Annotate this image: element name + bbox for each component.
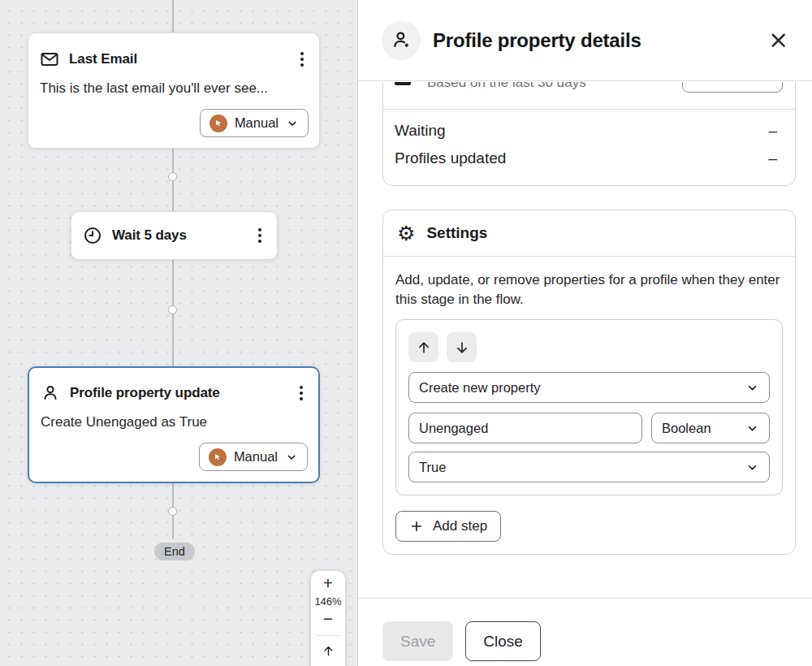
zoom-in-button[interactable]: + <box>311 573 345 593</box>
stat-value: – <box>768 122 777 140</box>
recenter-button[interactable] <box>311 641 345 660</box>
plus-icon <box>409 519 424 534</box>
action-select-value: Create new property <box>419 380 541 396</box>
zoom-level: 146% <box>314 595 341 608</box>
node-menu-kebab-icon[interactable] <box>254 226 266 245</box>
status-dropdown[interactable]: Manual <box>200 109 309 137</box>
status-label: Manual <box>234 449 278 465</box>
analytics-action-button[interactable] <box>682 82 783 93</box>
analytics-card: Based on the last 30 days Waiting – Prof… <box>382 82 796 186</box>
status-label: Manual <box>235 115 279 131</box>
panel-content: Based on the last 30 days Waiting – Prof… <box>358 82 812 598</box>
move-step-down-button[interactable] <box>447 332 477 362</box>
property-type-value: Boolean <box>662 421 711 436</box>
settings-description: Add, update, or remove properties for a … <box>395 270 780 309</box>
stat-row-profiles-updated: Profiles updated – <box>395 149 777 167</box>
person-icon <box>41 383 60 403</box>
stat-value: – <box>768 149 777 167</box>
close-icon[interactable] <box>764 26 793 54</box>
node-title: Profile property update <box>70 385 220 401</box>
gear-icon: ⚙ <box>397 223 415 244</box>
connector-dot <box>168 507 177 516</box>
chevron-down-icon <box>286 117 299 130</box>
move-step-up-button[interactable] <box>408 332 438 362</box>
panel-footer: Save Close <box>358 598 812 666</box>
panel-title: Profile property details <box>433 29 641 52</box>
zoom-out-button[interactable]: − <box>311 609 345 629</box>
manual-status-icon <box>209 448 227 466</box>
property-type-select[interactable]: Boolean <box>651 413 770 443</box>
stat-row-waiting: Waiting – <box>395 122 777 140</box>
chevron-down-icon <box>285 451 298 464</box>
connector-dot <box>168 305 177 314</box>
flow-node-last-email[interactable]: Last Email This is the last email you'll… <box>28 32 320 149</box>
chevron-down-icon <box>745 461 759 474</box>
flow-node-profile-property-update[interactable]: Profile property update Create Unengaged… <box>28 366 320 483</box>
property-step-box: Create new property Boolean True <box>395 319 783 495</box>
clock-icon <box>83 226 102 245</box>
stat-label: Waiting <box>395 122 446 140</box>
chevron-down-icon <box>745 422 759 435</box>
divider <box>317 635 339 636</box>
analytics-subtitle: Based on the last 30 days <box>427 82 586 91</box>
property-name-input[interactable] <box>408 413 642 443</box>
save-button[interactable]: Save <box>382 621 453 661</box>
settings-card: ⚙ Settings Add, update, or remove proper… <box>382 210 796 555</box>
analytics-icon <box>395 82 411 85</box>
avatar <box>382 21 421 60</box>
stat-label: Profiles updated <box>395 149 506 167</box>
status-dropdown[interactable]: Manual <box>199 443 308 471</box>
connector-dot <box>168 172 177 181</box>
flow-canvas[interactable]: Last Email This is the last email you'll… <box>0 0 358 666</box>
divider <box>383 109 795 110</box>
settings-title: Settings <box>426 224 487 242</box>
action-select[interactable]: Create new property <box>408 372 770 403</box>
chevron-down-icon <box>745 381 759 395</box>
flow-end-badge: End <box>154 543 195 560</box>
property-value-value: True <box>419 460 446 475</box>
email-icon <box>40 50 59 69</box>
canvas-zoom-controls: + 146% − <box>311 571 345 666</box>
add-step-button[interactable]: Add step <box>395 511 501 542</box>
close-button[interactable]: Close <box>465 621 541 661</box>
node-menu-kebab-icon[interactable] <box>296 50 308 69</box>
node-title: Wait 5 days <box>112 227 187 244</box>
node-title: Last Email <box>69 51 137 67</box>
property-value-select[interactable]: True <box>408 452 770 482</box>
panel-header: Profile property details <box>358 0 812 81</box>
node-description: Create Unengaged as True <box>29 414 318 430</box>
node-menu-kebab-icon[interactable] <box>296 383 307 403</box>
details-panel: Profile property details Based on the la… <box>358 0 812 666</box>
add-step-label: Add step <box>433 518 487 534</box>
flow-node-wait[interactable]: Wait 5 days <box>71 211 278 260</box>
node-description: This is the last email you'll ever see..… <box>28 80 319 97</box>
manual-status-icon <box>209 115 227 132</box>
